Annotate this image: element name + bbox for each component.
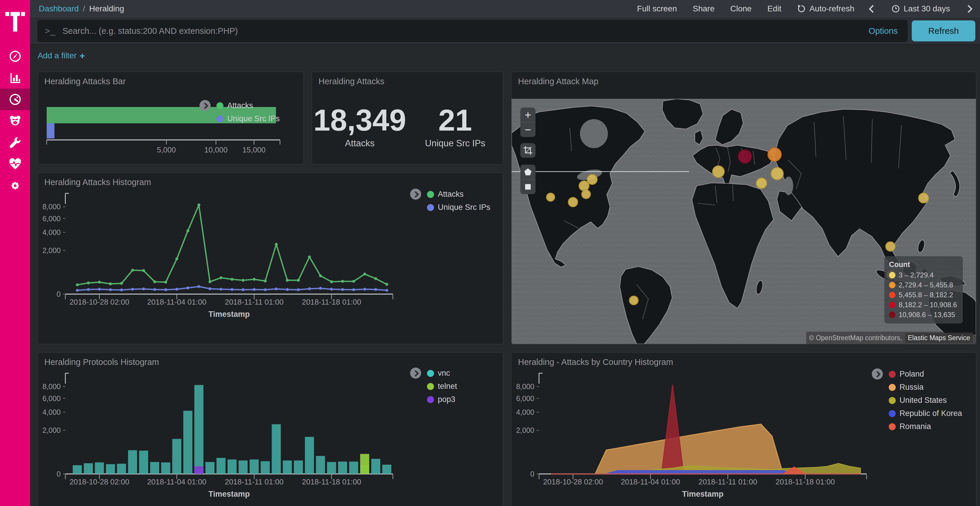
- data-point[interactable]: [120, 289, 123, 292]
- legend-item[interactable]: pop3: [427, 395, 457, 404]
- v-bar[interactable]: [316, 456, 325, 474]
- v-bar[interactable]: [371, 459, 380, 474]
- data-point[interactable]: [308, 255, 311, 258]
- data-point[interactable]: [142, 269, 145, 272]
- data-point[interactable]: [275, 243, 278, 246]
- data-point[interactable]: [374, 277, 377, 280]
- v-bar[interactable]: [117, 464, 126, 474]
- data-point[interactable]: [109, 288, 112, 291]
- data-point[interactable]: [197, 203, 200, 206]
- data-point[interactable]: [220, 288, 223, 290]
- map-attack-circle[interactable]: [886, 242, 895, 251]
- draw-polygon-button[interactable]: [520, 165, 536, 179]
- edit-button[interactable]: Edit: [767, 4, 781, 13]
- data-point[interactable]: [319, 274, 322, 277]
- v-bar[interactable]: [349, 462, 358, 474]
- legend-item[interactable]: Unique Src IPs: [216, 114, 280, 123]
- sidebar-item-management[interactable]: [0, 175, 30, 197]
- data-point[interactable]: [253, 288, 256, 291]
- map-attack-circle[interactable]: [568, 197, 578, 207]
- ems-attribution[interactable]: Elastic Maps Service: [905, 333, 973, 343]
- data-point[interactable]: [330, 281, 333, 283]
- v-bar[interactable]: [272, 424, 281, 474]
- v-bar[interactable]: [283, 460, 292, 474]
- map-attack-circle[interactable]: [547, 193, 555, 201]
- data-point[interactable]: [76, 283, 79, 286]
- map-attack-circle[interactable]: [629, 296, 638, 305]
- data-point[interactable]: [341, 280, 344, 283]
- v-bar[interactable]: [73, 465, 82, 474]
- map-attack-circle[interactable]: [582, 190, 590, 199]
- legend-item[interactable]: Republic of Korea: [889, 409, 962, 418]
- time-range-prev-button[interactable]: [870, 6, 876, 12]
- v-bar[interactable]: [183, 411, 192, 474]
- sidebar-item-monitoring[interactable]: [0, 153, 30, 175]
- legend-item[interactable]: 10,908.6 – 13,635: [889, 311, 957, 319]
- legend-item[interactable]: Poland: [889, 370, 962, 379]
- crop-button[interactable]: [520, 143, 536, 158]
- panel-title[interactable]: Heralding Protocols Histogram: [45, 357, 159, 367]
- sidebar-item-dashboard[interactable]: [0, 89, 30, 110]
- data-point[interactable]: [208, 281, 212, 283]
- data-point[interactable]: [153, 288, 156, 291]
- v-bar[interactable]: [106, 464, 115, 474]
- v-bar[interactable]: [216, 458, 226, 474]
- panel-title[interactable]: Heralding Attack Map: [518, 77, 598, 86]
- map-attack-circle[interactable]: [756, 178, 767, 189]
- time-range-next-button[interactable]: [966, 6, 971, 12]
- legend-item[interactable]: United States: [889, 396, 962, 405]
- data-point[interactable]: [253, 278, 256, 281]
- data-point[interactable]: [131, 288, 134, 290]
- legend-item[interactable]: 2,729.4 – 5,455.8: [889, 281, 957, 289]
- legend-item[interactable]: Russia: [889, 383, 962, 392]
- data-point[interactable]: [330, 288, 333, 290]
- panel-title[interactable]: Heralding Attacks: [318, 77, 384, 86]
- data-point[interactable]: [186, 229, 189, 232]
- data-point[interactable]: [242, 279, 245, 282]
- data-point[interactable]: [352, 288, 355, 291]
- legend-item[interactable]: Unique Src IPs: [427, 203, 490, 212]
- legend-item[interactable]: 8,182.2 – 10,908.6: [889, 301, 957, 309]
- v-bar[interactable]: [205, 462, 215, 474]
- data-point[interactable]: [87, 282, 90, 284]
- v-bar[interactable]: [239, 460, 248, 474]
- v-bar[interactable]: [172, 439, 181, 474]
- v-bar[interactable]: [261, 461, 270, 474]
- legend-item[interactable]: vnc: [427, 369, 457, 378]
- data-point[interactable]: [109, 282, 112, 286]
- zoom-in-button[interactable]: +: [520, 108, 536, 122]
- data-point[interactable]: [98, 281, 101, 284]
- data-point[interactable]: [98, 288, 101, 290]
- data-point[interactable]: [131, 269, 134, 272]
- breadcrumb-dashboard-link[interactable]: Dashboard: [39, 4, 79, 13]
- auto-refresh-button[interactable]: Auto-refresh: [797, 4, 854, 13]
- v-bar[interactable]: [250, 459, 259, 474]
- data-point[interactable]: [286, 288, 289, 291]
- v-bar[interactable]: [84, 463, 93, 474]
- sidebar-item-dev-tools[interactable]: [0, 132, 30, 153]
- data-point[interactable]: [341, 288, 344, 291]
- v-bar[interactable]: [327, 462, 336, 474]
- data-point[interactable]: [264, 288, 267, 291]
- legend-item[interactable]: Attacks: [427, 190, 490, 199]
- map-attack-circle[interactable]: [587, 174, 597, 184]
- add-filter-button[interactable]: Add a filter +: [38, 51, 85, 61]
- data-point[interactable]: [76, 289, 79, 292]
- panel-title[interactable]: Heralding Attacks Bar: [45, 77, 126, 86]
- v-bar[interactable]: [360, 454, 369, 474]
- v-bar[interactable]: [150, 462, 159, 474]
- map-attack-circle[interactable]: [713, 166, 724, 178]
- v-bar[interactable]: [194, 466, 203, 474]
- osm-attribution[interactable]: © OpenStreetMap contributors,: [809, 334, 902, 342]
- draw-rectangle-button[interactable]: [520, 179, 536, 194]
- data-point[interactable]: [164, 281, 167, 284]
- legend-item[interactable]: Romania: [889, 422, 962, 431]
- panel-title[interactable]: Heralding Attacks Histogram: [45, 178, 151, 187]
- legend-collapse-icon[interactable]: [199, 100, 211, 111]
- data-point[interactable]: [363, 288, 366, 290]
- refresh-button[interactable]: Refresh: [912, 21, 975, 41]
- data-point[interactable]: [120, 282, 123, 285]
- data-point[interactable]: [264, 279, 267, 282]
- legend-collapse-icon[interactable]: [410, 368, 421, 379]
- map-attack-circle[interactable]: [918, 193, 928, 203]
